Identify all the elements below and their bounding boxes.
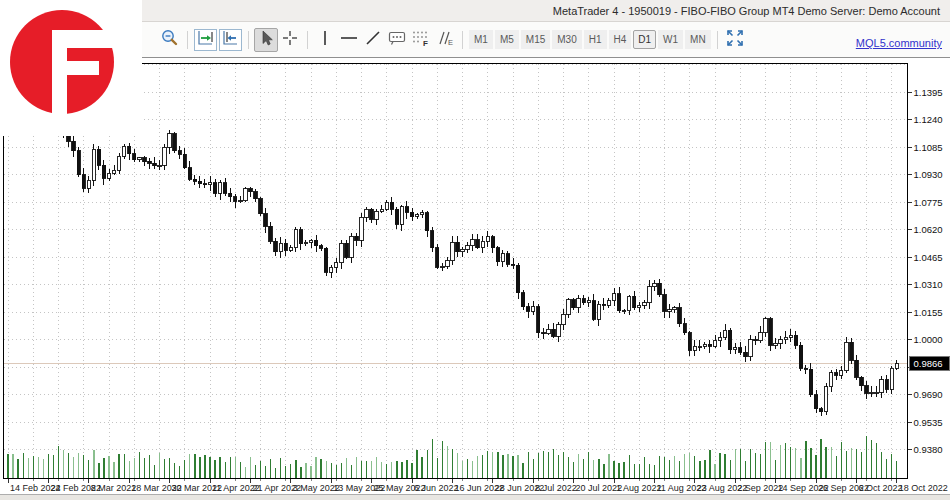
timeframe-m5[interactable]: M5	[495, 30, 519, 49]
cursor-tool-button[interactable]	[254, 28, 278, 52]
svg-text:1.1240: 1.1240	[914, 114, 943, 125]
svg-text:18 Oct 2022: 18 Oct 2022	[899, 483, 948, 493]
zoom-out-button[interactable]	[158, 28, 182, 52]
svg-text:1.0155: 1.0155	[914, 307, 943, 318]
auto-scroll-button[interactable]	[194, 29, 217, 51]
timeframe-h1[interactable]: H1	[584, 30, 607, 49]
toolbar-separator	[462, 31, 463, 49]
fibonacci-icon: F	[411, 29, 431, 50]
svg-text:1.0775: 1.0775	[914, 197, 943, 208]
cycle-lines-tool-button[interactable]: E	[433, 28, 457, 52]
svg-text:0.9690: 0.9690	[914, 389, 943, 400]
crosshair-icon	[281, 29, 299, 50]
window-title: MetaTrader 4 - 1950019 - FIBO-FIBO Group…	[553, 5, 940, 17]
trendline-tool-button[interactable]	[361, 28, 385, 52]
svg-text:0.9866: 0.9866	[914, 358, 943, 369]
zoom-out-icon	[160, 28, 180, 51]
horizontal-line-icon	[339, 29, 359, 50]
horizontal-line-tool-button[interactable]	[337, 28, 361, 52]
svg-text:0.9535: 0.9535	[914, 417, 943, 428]
timeframe-h4[interactable]: H4	[609, 30, 632, 49]
timeframe-m30[interactable]: M30	[552, 30, 581, 49]
svg-text:8 Mar 2022: 8 Mar 2022	[91, 483, 137, 493]
toolbar-separator	[187, 31, 188, 49]
crosshair-tool-button[interactable]	[278, 28, 302, 52]
svg-text:6 Oct 2022: 6 Oct 2022	[858, 483, 902, 493]
chart-shift-icon	[221, 29, 240, 50]
trendline-icon	[364, 29, 382, 50]
svg-text:1.1085: 1.1085	[914, 142, 943, 153]
svg-text:1.0310: 1.0310	[914, 279, 943, 290]
timeframe-d1[interactable]: D1	[633, 30, 656, 49]
auto-scroll-icon	[196, 29, 215, 50]
vertical-line-icon	[318, 29, 332, 50]
tile-windows-icon	[726, 29, 744, 50]
cursor-icon	[257, 29, 275, 50]
tile-windows-button[interactable]	[723, 28, 747, 52]
vertical-line-tool-button[interactable]	[313, 28, 337, 52]
toolbar: F E M1 M5 M15 M30 H1 H4 D1 W1 MN MQL5.co…	[0, 22, 950, 58]
title-bar: MetaTrader 4 - 1950019 - FIBO-FIBO Group…	[0, 0, 950, 22]
chart-shift-button[interactable]	[219, 29, 242, 51]
svg-text:1.0620: 1.0620	[914, 224, 943, 235]
cycle-lines-icon: E	[435, 29, 455, 50]
svg-text:E: E	[448, 38, 453, 47]
text-label-tool-button[interactable]	[385, 28, 409, 52]
fibo-group-logo	[0, 0, 142, 136]
timeframe-m15[interactable]: M15	[521, 30, 550, 49]
svg-text:1.0465: 1.0465	[914, 252, 943, 263]
svg-text:8 Jul 2022: 8 Jul 2022	[535, 483, 577, 493]
svg-text:1.0000: 1.0000	[914, 334, 943, 345]
text-label-icon	[387, 29, 407, 50]
svg-text:0.9380: 0.9380	[914, 444, 943, 455]
toolbar-separator	[717, 31, 718, 49]
timeframe-w1[interactable]: W1	[658, 30, 683, 49]
svg-text:2 Sep 2022: 2 Sep 2022	[737, 483, 783, 493]
timeframe-mn[interactable]: MN	[685, 30, 711, 49]
svg-text:6 Jun 2022: 6 Jun 2022	[414, 483, 459, 493]
svg-text:1.1395: 1.1395	[914, 87, 943, 98]
svg-text:1.0930: 1.0930	[914, 169, 943, 180]
timeframe-m1[interactable]: M1	[469, 30, 493, 49]
svg-text:F: F	[423, 39, 428, 48]
mql5-community-link[interactable]: MQL5.community	[856, 37, 942, 49]
current-price-box: 0.9866	[909, 357, 949, 371]
fibonacci-tool-button[interactable]: F	[409, 28, 433, 52]
fibo-logo-icon	[4, 4, 134, 128]
price-chart[interactable]: 1.13951.12401.10851.09301.07751.06201.04…	[0, 58, 950, 500]
svg-text:1 Aug 2022: 1 Aug 2022	[616, 483, 662, 493]
toolbar-separator	[248, 31, 249, 49]
toolbar-separator	[307, 31, 308, 49]
